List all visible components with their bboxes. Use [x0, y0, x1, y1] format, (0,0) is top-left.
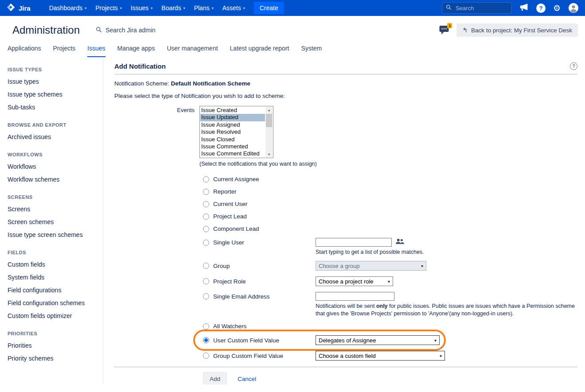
nav-boards[interactable]: Boards ▾ — [157, 0, 189, 16]
navbar-search-input[interactable] — [455, 4, 507, 12]
gear-icon[interactable]: ⚙ — [553, 4, 561, 12]
add-button[interactable]: Add — [203, 372, 227, 384]
sidebar-item-field-configuration-schemes[interactable]: Field configuration schemes — [8, 299, 98, 307]
sidebar-item-screens[interactable]: Screens — [8, 206, 98, 213]
tab-applications[interactable]: Applications — [8, 45, 41, 57]
scroll-down-icon[interactable]: ▼ — [268, 151, 271, 157]
cancel-link[interactable]: Cancel — [238, 376, 256, 382]
megaphone-icon[interactable] — [519, 3, 529, 13]
sidebar-item-system-fields[interactable]: System fields — [8, 274, 98, 281]
jira-logo-text: Jira — [19, 4, 31, 12]
nav-assets[interactable]: Assets ▾ — [218, 0, 250, 16]
radio-project-role[interactable] — [203, 278, 209, 284]
user-custom-field-select[interactable]: Delegates of Assignee ▾ — [316, 335, 440, 345]
single-user-control: Start typing to get a list of possible m… — [316, 238, 424, 255]
sidebar-heading-browse-export: BROWSE AND EXPORT — [8, 122, 98, 128]
search-icon — [96, 27, 102, 34]
back-to-project-button[interactable]: ↰ Back to project: My First Service Desk — [456, 23, 578, 37]
option-label[interactable]: Project Lead — [213, 213, 247, 220]
list-item[interactable]: Issue Comment Edited — [200, 150, 265, 157]
option-label[interactable]: All Watchers — [213, 323, 246, 330]
option-label[interactable]: Single Email Address — [213, 293, 270, 300]
events-listbox[interactable]: Issue Created Issue Updated Issue Assign… — [199, 106, 273, 158]
create-button[interactable]: Create — [254, 2, 284, 14]
nav-dashboards[interactable]: Dashboards ▾ — [45, 0, 91, 16]
sidebar-item-custom-fields-optimizer[interactable]: Custom fields optimizer — [8, 312, 98, 319]
radio-group[interactable] — [203, 263, 209, 269]
radio-all-watchers[interactable] — [203, 323, 209, 330]
option-label[interactable]: Current Assignee — [213, 176, 259, 182]
user-avatar[interactable] — [568, 3, 579, 13]
scrollbar-thumb[interactable] — [266, 114, 272, 127]
feedback-bubble-icon[interactable]: 1 — [439, 25, 450, 35]
sidebar-item-archived-issues[interactable]: Archived issues — [8, 133, 98, 140]
sidebar-item-screen-schemes[interactable]: Screen schemes — [8, 218, 98, 225]
sidebar-item-workflow-schemes[interactable]: Workflow schemes — [8, 176, 98, 183]
navbar-search[interactable] — [442, 2, 512, 14]
list-item[interactable]: Issue Resolved — [200, 128, 265, 136]
sidebar-heading-screens: SCREENS — [8, 194, 98, 200]
list-item[interactable]: Issue Commented — [200, 143, 265, 150]
single-email-input[interactable] — [316, 292, 394, 301]
radio-single-user[interactable] — [203, 240, 209, 246]
help-icon[interactable]: ? — [536, 4, 546, 13]
list-item[interactable]: Issue Assigned — [200, 121, 265, 128]
option-label[interactable]: Group Custom Field Value — [213, 353, 283, 359]
header-right: 1 ↰ Back to project: My First Service De… — [439, 23, 578, 37]
option-label[interactable]: Reporter — [213, 188, 237, 195]
option-left: Single Email Address — [203, 293, 316, 300]
radio-group-custom-field[interactable] — [203, 353, 209, 359]
option-label[interactable]: Group — [213, 263, 230, 269]
radio-single-email[interactable] — [203, 293, 209, 299]
radio-reporter[interactable] — [203, 189, 209, 195]
nav-plans[interactable]: Plans ▾ — [190, 0, 218, 16]
tab-manage-apps[interactable]: Manage apps — [117, 45, 155, 57]
option-label[interactable]: Current User — [213, 201, 247, 207]
sidebar-item-workflows[interactable]: Workflows — [8, 163, 98, 170]
single-user-input[interactable] — [316, 238, 392, 247]
list-item[interactable]: Issue Created — [200, 107, 265, 114]
radio-current-user[interactable] — [203, 201, 209, 207]
option-label[interactable]: Project Role — [213, 278, 246, 285]
group-custom-field-select[interactable]: Choose a custom field ▾ — [316, 351, 445, 361]
sidebar-item-field-configurations[interactable]: Field configurations — [8, 287, 98, 294]
sidebar-item-priority-schemes[interactable]: Priority schemes — [8, 355, 98, 362]
question-circle-icon[interactable]: ? — [570, 62, 577, 70]
sidebar-item-priorities[interactable]: Priorities — [8, 342, 98, 349]
scroll-up-icon[interactable]: ▲ — [268, 107, 271, 113]
group-select[interactable]: Choose a group ▾ — [316, 261, 426, 271]
tab-issues[interactable]: Issues — [87, 45, 105, 57]
option-label[interactable]: Component Lead — [213, 225, 259, 232]
tab-system[interactable]: System — [301, 45, 322, 57]
nav-issues[interactable]: Issues ▾ — [126, 0, 157, 16]
tab-projects[interactable]: Projects — [53, 45, 76, 57]
tab-user-management[interactable]: User management — [167, 45, 218, 57]
content: ISSUE TYPES Issue types Issue type schem… — [0, 57, 585, 384]
people-icon[interactable] — [396, 238, 404, 246]
list-item[interactable]: Issue Closed — [200, 136, 265, 143]
admin-search[interactable]: Search Jira admin — [96, 27, 156, 34]
option-label[interactable]: Single User — [213, 239, 244, 246]
radio-user-custom-field[interactable] — [203, 337, 209, 343]
sidebar-item-issue-type-screen-schemes[interactable]: Issue type screen schemes — [8, 231, 98, 238]
sidebar-item-issue-types[interactable]: Issue types — [8, 78, 98, 85]
group-select-value: Choose a group — [319, 263, 360, 269]
chevron-down-icon: ▾ — [421, 264, 423, 268]
jira-logo[interactable]: Jira — [6, 3, 31, 13]
sidebar-item-issue-type-schemes[interactable]: Issue type schemes — [8, 91, 98, 98]
chevron-down-icon: ▾ — [243, 6, 245, 10]
radio-project-lead[interactable] — [203, 213, 209, 220]
option-left: Single User — [203, 238, 316, 246]
email-note-pre: Notifications will be sent — [316, 303, 376, 309]
option-label[interactable]: User Custom Field Value — [213, 337, 279, 344]
sidebar-item-custom-fields[interactable]: Custom fields — [8, 261, 98, 268]
scheme-label: Notification Scheme: — [114, 80, 169, 87]
sidebar-item-sub-tasks[interactable]: Sub-tasks — [8, 104, 98, 111]
radio-component-lead[interactable] — [203, 226, 209, 232]
radio-current-assignee[interactable] — [203, 176, 209, 182]
list-item-selected[interactable]: Issue Updated — [200, 114, 265, 121]
project-role-select[interactable]: Choose a project role ▾ — [316, 276, 393, 286]
scrollbar[interactable]: ▲ ▼ — [265, 107, 273, 157]
nav-projects[interactable]: Projects ▾ — [91, 0, 126, 16]
tab-latest-upgrade-report[interactable]: Latest upgrade report — [230, 45, 289, 57]
